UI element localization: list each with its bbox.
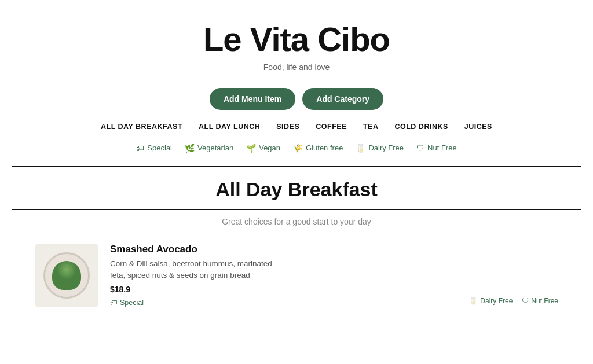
tab-all-day-breakfast[interactable]: ALL DAY BREAKFAST (101, 123, 182, 134)
section-bottom-divider (12, 209, 581, 210)
nut-free-badge-icon: 🛡 (522, 297, 529, 305)
nav-tabs: ALL DAY BREAKFAST ALL DAY LUNCH SIDES CO… (12, 123, 581, 134)
legend-nut-free-label: Nut Free (427, 144, 457, 152)
food-decoration (52, 261, 81, 290)
legend-vegetarian[interactable]: 🌿 Vegetarian (185, 144, 233, 153)
action-buttons: Add Menu Item Add Category (12, 88, 581, 110)
legend-dairy-free[interactable]: 🥛 Dairy Free (356, 144, 404, 153)
legend-gluten-free-label: Gluten free (306, 144, 343, 152)
dairy-free-badge-icon: 🥛 (469, 297, 478, 305)
tab-all-day-lunch[interactable]: ALL DAY LUNCH (199, 123, 260, 134)
tab-sides[interactable]: SIDES (276, 123, 299, 134)
menu-item-price: $18.9 (110, 285, 457, 294)
nut-free-icon: 🛡 (416, 144, 424, 153)
menu-item-details: Smashed Avocado Corn & Dill salsa, beetr… (110, 244, 457, 308)
tag-special-label: Special (120, 299, 144, 307)
tab-juices[interactable]: JUICES (464, 123, 492, 134)
menu-item-smashed-avocado: Smashed Avocado Corn & Dill salsa, beetr… (35, 238, 558, 314)
legend-gluten-free[interactable]: 🌾 Gluten free (293, 144, 343, 153)
add-category-button[interactable]: Add Category (302, 88, 383, 110)
site-tagline: Food, life and love (12, 62, 581, 72)
tab-cold-drinks[interactable]: COLD DRINKS (394, 123, 448, 134)
menu-item-image (35, 244, 98, 307)
header: Le Vita Cibo Food, life and love (12, 0, 581, 78)
section-subtitle: Great choices for a good start to your d… (12, 217, 581, 226)
legend: 🏷 Special 🌿 Vegetarian 🌱 Vegan 🌾 Gluten … (12, 144, 581, 153)
tab-tea[interactable]: TEA (363, 123, 379, 134)
menu-item-description: Corn & Dill salsa, beetroot hummus, mari… (110, 258, 284, 282)
vegetarian-icon: 🌿 (185, 144, 195, 153)
legend-dairy-free-label: Dairy Free (368, 144, 404, 152)
gluten-free-icon: 🌾 (293, 144, 303, 153)
legend-vegan[interactable]: 🌱 Vegan (246, 144, 280, 153)
section-header: All Day Breakfast (12, 167, 581, 209)
badge-dairy-free: 🥛 Dairy Free (469, 297, 513, 305)
nut-free-badge-label: Nut Free (531, 297, 558, 305)
legend-nut-free[interactable]: 🛡 Nut Free (416, 144, 457, 153)
legend-vegetarian-label: Vegetarian (197, 144, 233, 152)
add-menu-item-button[interactable]: Add Menu Item (210, 88, 295, 110)
special-icon: 🏷 (136, 144, 144, 153)
menu-items-list: Smashed Avocado Corn & Dill salsa, beetr… (12, 226, 581, 319)
dairy-free-icon: 🥛 (356, 144, 365, 153)
menu-item-name: Smashed Avocado (110, 244, 457, 255)
legend-vegan-label: Vegan (259, 144, 280, 152)
menu-item-tag-special: 🏷 Special (110, 299, 144, 307)
badge-nut-free: 🛡 Nut Free (522, 297, 558, 305)
section-title: All Day Breakfast (12, 178, 581, 201)
dairy-free-badge-label: Dairy Free (480, 297, 513, 305)
legend-special[interactable]: 🏷 Special (136, 144, 172, 153)
site-title: Le Vita Cibo (12, 21, 581, 58)
vegan-icon: 🌱 (246, 144, 256, 153)
tag-special-icon: 🏷 (110, 299, 118, 307)
tab-coffee[interactable]: COFFEE (316, 123, 347, 134)
legend-special-label: Special (147, 144, 172, 152)
menu-item-badges: 🥛 Dairy Free 🛡 Nut Free (469, 297, 558, 307)
